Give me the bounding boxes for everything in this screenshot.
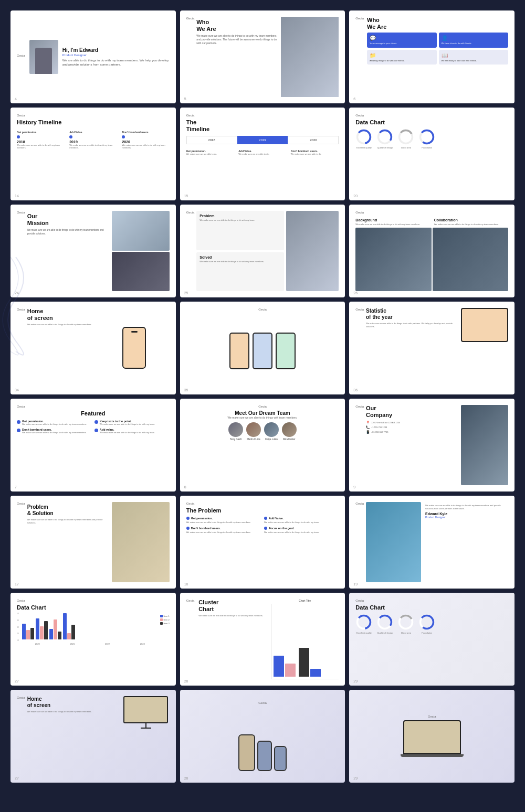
prob-text-2: We make sure we are able to do things to… [264,521,339,523]
x-label-3: 2022 [92,643,123,645]
prob-title-1: Get permission. [186,517,261,520]
phone-icon-1: 📞 [366,425,370,429]
tl-label-3-text: We make sure we are able to do. [291,153,339,155]
slide-10-title: Homeof screen [27,308,97,322]
slide-18-quote: We make sure we are able to do things to… [425,504,506,510]
slide-22-monitor [122,696,170,730]
slide-12-brand: Gecia [355,308,364,386]
slide-6-brand: Gecia [355,114,508,117]
timeline-item-2: Add Value. 2019 We make sure we are able… [69,131,117,149]
slide-15-number: 9 [353,485,355,489]
icon-box-user: 👤 We have done to do with friends. [439,33,508,47]
slide-24-number: 29 [353,776,358,780]
slide-5-number: 15 [184,194,188,198]
timeline-text-3: We make sure we are able to do with my t… [122,144,169,149]
slide-wrapper-1: Gecia Hi, I'm Edward Product Designer We… [10,10,176,103]
y-label-3: 30 [17,626,19,628]
bar-2-blue [36,618,39,639]
laptop-screen [403,720,461,754]
feat-desc-2: We make sure we are able to do things to… [100,423,155,425]
info-phone1-text: +1.555.766.1234 [371,426,387,429]
slide-10-number: 34 [15,388,19,392]
slide-wrapper-2: Gecia WhoWe Are We make sure we are able… [180,10,345,103]
slide-10-desc: We make sure we are able to do things to… [27,323,97,326]
slide-5-brand: Gecia [186,114,339,117]
folder-icon: 📁 [370,52,376,58]
timeline-year-1: 2018 [17,140,64,144]
slide-13: Gecia Featured Get permission. We make s… [10,399,176,492]
slide-17-brand: Gecia [186,502,339,505]
avatar-mira [282,422,297,437]
slide-4-timeline: Get permission. 2018 We make sure we are… [17,131,170,149]
slide-wrapper-19: Gecia Data Chart 50 40 30 20 10 [10,593,176,686]
x-label-2: 2021 [57,643,88,645]
slide-22-brand: Gecia [17,696,25,774]
slide-1-intro: Hi, I'm Edward Product Designer We are a… [62,47,170,67]
slide-15: Gecia OurCompany 📍 1201 Vine is East 123… [349,399,514,492]
slide-1-title: Hi, I'm Edward [62,47,170,54]
slide-wrapper-15: Gecia OurCompany 📍 1201 Vine is East 123… [349,399,514,492]
slide-1-avatar [29,40,58,74]
member-name-1: Terry Geidt [230,438,242,441]
info-phone2: 📱 +81.656.556.7766 [366,430,459,434]
legend-item-3: Item 3 [160,622,170,625]
slide-wrapper-22: Gecia Homeof screen We make sure we are … [10,690,176,783]
tl-label-2: Add Value. We make sure we are able to d… [238,149,287,155]
icon-box-user-text: We have done to do with friends. [442,42,472,45]
slide-7: Gecia OurMission We make sure we are abl… [10,205,176,297]
prob-title-4: Focus on the goal. [264,527,339,530]
slide-11-brand: Gecia [258,308,267,311]
donut-21-4-svg [418,614,435,631]
donut-3: Client area [397,129,414,149]
donut-2-label: Quality of design [377,146,393,149]
slide-5-title: TheTimeline [186,119,339,133]
slide-4-brand: Gecia [17,114,170,117]
feat-desc-3: We make sure we are able to do things to… [22,431,87,434]
phone-1 [229,333,249,369]
phone-vert-3 [274,746,287,771]
slide-3-number: 6 [353,97,355,101]
donut-4-label: Foundation [422,146,432,149]
tl-label-3: Don't bombard users. We make sure we are… [291,149,339,155]
slide-22: Gecia Homeof screen We make sure we are … [10,690,176,783]
slide-7-desc: We make sure we are able to do things to… [27,229,110,236]
donut-21-1: Excellent quality [355,614,372,634]
info-phone1: 📞 +1.555.766.1234 [366,425,459,429]
featured-item-2: Keep texts to the point. We make sure we… [94,420,170,425]
slide-2-desc: We make sure we are able to do things to… [196,34,279,45]
chart-legend: Item 1 Item 2 Item 3 [160,615,170,625]
slide-12-number: 36 [353,388,358,392]
slide-1: Gecia Hi, I'm Edward Product Designer We… [10,10,176,103]
y-label-2: 20 [17,633,19,635]
slide-12-title: Statisticof the year [366,308,459,320]
legend-dot-3 [160,622,163,625]
bar-3-pink [54,619,57,639]
slide-23-brand: Gecia [258,701,267,704]
slide-9: Gecia Background We make sure we are abl… [349,205,514,297]
slide-wrapper-8: Gecia Problem We make sure we are able t… [180,205,345,297]
slide-15-title: OurCompany [366,405,459,419]
prob-dot-2 [264,517,267,520]
problem-box: Problem We make sure we are able to do t… [196,211,284,250]
slide-2-left: WhoWe Are We make sure we are able to do… [194,17,281,97]
slide-7-images [112,211,170,291]
feat-desc-1: We make sure we are able to do things to… [22,423,87,425]
feat-dot-2 [94,420,98,424]
slide-19-brand: Gecia [17,599,170,602]
member-name-3: Kaiya Lubin [265,438,278,441]
chart-title-small: Chart Title [271,599,339,602]
slide-4-number: 14 [15,194,19,198]
slide-21-donuts: Excellent quality Quality of design Clie… [355,614,508,634]
slide-18-number: 19 [353,582,358,586]
donut-21-4: Foundation [418,614,435,634]
slide-19-bar-area: 2020 2021 2022 2023 [22,613,158,645]
donut-21-2-svg [376,614,393,631]
background-col: Background We make sure we are able to d… [355,218,429,226]
team-member-4: Mira Kenter [282,422,297,441]
timeline-label-1: Get permission. [17,131,64,134]
slide-7-title: OurMission [27,213,110,227]
slide-13-title: Featured [17,410,170,416]
slide-wrapper-23: Gecia 28 [180,690,345,783]
slide-8-brand: Gecia [186,211,195,289]
slide-3-title: WhoWe Are [367,17,508,30]
